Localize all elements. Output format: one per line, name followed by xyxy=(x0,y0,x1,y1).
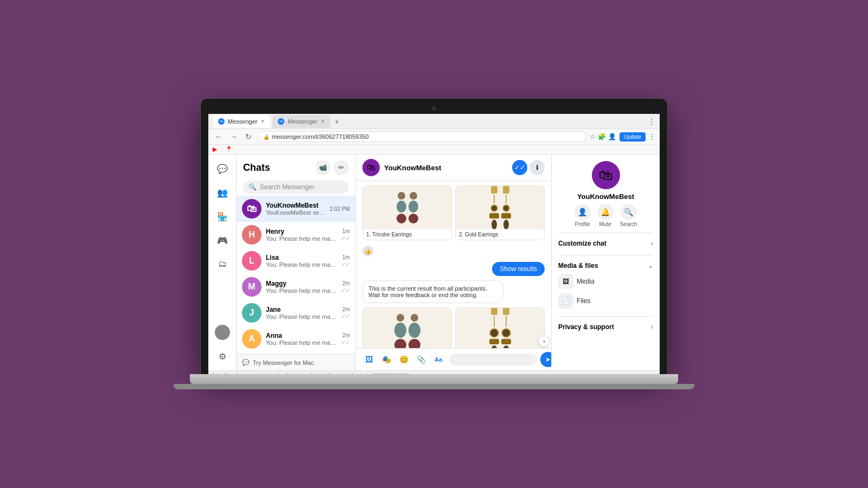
product-card-tricolor[interactable]: 1. Tricolor Earrings xyxy=(362,185,452,240)
chat-info-lisa: Lisa You: Please help me make the righ..… xyxy=(266,254,337,268)
forward-button[interactable]: → xyxy=(228,131,240,142)
address-bar[interactable]: 🔒 messenger.com/t/360627718059350 xyxy=(257,131,586,142)
bookmark-maps[interactable]: 📍 xyxy=(225,146,234,153)
refresh-button[interactable]: ↻ xyxy=(243,131,254,142)
chat-meta-lisa: 1m ✓✓ xyxy=(341,254,350,267)
sidebar-icon-marketplace[interactable]: 🏪 xyxy=(213,207,232,226)
rp-section-header-customize[interactable]: Customize chat › xyxy=(558,237,653,249)
chat-name-anna: Anna xyxy=(266,332,337,339)
privacy-support-chevron: › xyxy=(651,323,653,331)
chat-name-maggy: Maggy xyxy=(266,280,337,287)
result-card-tricolor[interactable]: 1. Tricolor Earrings ♥ Maggy, Lisa, Henr… xyxy=(362,307,452,348)
show-results-button[interactable]: Show results xyxy=(492,262,545,276)
chat-header: 🛍 YouKnowMeBest ✓✓ ℹ xyxy=(356,155,551,181)
rp-section-header-media[interactable]: Media & files ⌄ xyxy=(558,260,653,272)
sidebar-icon-profile-bottom[interactable] xyxy=(213,323,232,342)
browser-menu-icon[interactable]: ⋮ xyxy=(648,117,655,126)
gold-earring-visual xyxy=(487,185,513,232)
tab-messenger-inactive[interactable]: m Messenger ✕ xyxy=(272,115,330,128)
messenger-favicon-2: m xyxy=(278,118,284,125)
chat-preview-youknowmebest: YouKnowMeBest sent an attach... xyxy=(266,209,326,216)
chat-preview-anna: You: Please help me make the righ... xyxy=(266,339,337,346)
chat-time-youknowmebest: 2:02 PM xyxy=(330,206,350,212)
laptop-base xyxy=(190,374,678,384)
new-tab-button[interactable]: + xyxy=(333,117,341,126)
search-icon: 🔍 xyxy=(248,183,257,191)
tab-close-inactive[interactable]: ✕ xyxy=(321,118,325,124)
chat-time-jane: 2m xyxy=(342,306,350,312)
rp-avatar: 🛍 xyxy=(592,161,620,189)
maps-icon: 📍 xyxy=(225,146,233,153)
chat-item-youknowmebest[interactable]: 🛍 YouKnowMeBest YouKnowMeBest sent an at… xyxy=(237,196,355,222)
try-messenger-label: Try Messenger for Mac xyxy=(253,359,314,366)
rp-section-item-media[interactable]: 🖼 Media xyxy=(558,272,653,291)
update-button[interactable]: Update xyxy=(620,132,646,142)
lock-icon: 🔒 xyxy=(263,134,270,140)
back-button[interactable]: ← xyxy=(213,131,225,142)
chat-item-henry[interactable]: H Henry You: Please help me make the rig… xyxy=(237,222,355,248)
composer-icon-gif[interactable]: 🎭 xyxy=(379,352,394,367)
browser-nav-bar: ← → ↻ 🔒 messenger.com/t/360627718059350 … xyxy=(208,129,660,145)
mute-action-label: Mute xyxy=(599,221,611,227)
tab-messenger-active[interactable]: m Messenger ✕ xyxy=(213,115,270,128)
customize-chat-chevron: › xyxy=(651,240,653,247)
chat-name-lisa: Lisa xyxy=(266,254,337,261)
check-double-button[interactable]: ✓✓ xyxy=(512,160,527,175)
chat-info-youknowmebest: YouKnowMeBest YouKnowMeBest sent an atta… xyxy=(266,202,326,216)
composer-icon-image[interactable]: 🖼 xyxy=(361,352,376,367)
sidebar-icon-settings[interactable]: ⚙ xyxy=(213,346,232,366)
chat-time-lisa: 1m xyxy=(342,254,350,260)
chat-item-jane[interactable]: J Jane You: Please help me make the righ… xyxy=(237,300,355,326)
send-button[interactable]: ➤ xyxy=(540,352,551,367)
rp-action-search[interactable]: 🔍 Search xyxy=(620,204,637,227)
result-card-gold[interactable]: 2. Gold Earrings Maggy, Lisa, Henry, Jan… xyxy=(455,307,545,348)
chat-info-henry: Henry You: Please help me make the righ.… xyxy=(266,228,337,242)
avatar-lisa: L xyxy=(242,251,261,271)
info-button[interactable]: ℹ xyxy=(529,160,545,175)
rp-section-item-files[interactable]: 📄 Files xyxy=(558,291,653,311)
new-message-button[interactable]: ✏ xyxy=(334,160,349,175)
composer-icon-attach[interactable]: 📎 xyxy=(413,352,429,367)
voting-section-initial: 1. Tricolor Earrings xyxy=(362,185,545,258)
try-messenger-bar[interactable]: 💬 Try Messenger for Mac xyxy=(237,354,355,370)
status-bar: https://you-know-me-best.myshopify.com/p… xyxy=(208,370,660,374)
sidebar-icon-people[interactable]: 👥 xyxy=(213,183,232,202)
chat-item-anna[interactable]: A Anna You: Please help me make the righ… xyxy=(237,326,355,352)
tab-close-active[interactable]: ✕ xyxy=(260,118,265,124)
chat-meta-henry: 1m ✓✓ xyxy=(341,228,350,241)
result-card-img-tricolor xyxy=(363,308,451,348)
rp-action-profile[interactable]: 👤 Profile xyxy=(575,204,591,227)
rp-action-mute[interactable]: 🔔 Mute xyxy=(597,204,614,227)
sidebar-icon-archive[interactable]: 🗂 xyxy=(213,254,232,274)
chats-title: Chats xyxy=(243,162,270,174)
messenger-mac-icon: 💬 xyxy=(242,359,250,366)
avatar-jane: J xyxy=(242,303,261,323)
profile-icon[interactable]: 👤 xyxy=(608,133,616,140)
composer-input[interactable] xyxy=(449,354,537,365)
browser-settings-icon[interactable]: ⋮ xyxy=(649,133,655,140)
chat-check-henry: ✓✓ xyxy=(341,235,350,241)
sidebar-icon-games[interactable]: 🎮 xyxy=(213,230,232,250)
extension-icon[interactable]: 🧩 xyxy=(598,133,606,140)
rp-section-customize: Customize chat › xyxy=(558,233,653,249)
composer-icon-sticker[interactable]: 😊 xyxy=(396,352,411,367)
bookmark-youtube[interactable]: ▶ xyxy=(213,146,219,153)
chat-item-maggy[interactable]: M Maggy You: Please help me make the rig… xyxy=(237,274,355,300)
results-cards-row: 1. Tricolor Earrings ♥ Maggy, Lisa, Henr… xyxy=(362,307,545,348)
chat-item-lisa[interactable]: L Lisa You: Please help me make the righ… xyxy=(237,248,355,274)
product-card-gold[interactable]: 2. Gold Earrings xyxy=(455,185,545,240)
bookmarks-bar: ▶ 📍 xyxy=(208,145,660,155)
chat-list-header: Chats 📹 ✏ xyxy=(237,155,355,178)
video-call-button[interactable]: 📹 xyxy=(315,160,330,175)
vote-icon[interactable]: 👍 xyxy=(362,246,373,256)
messenger-app: 💬 👥 🏪 🎮 🗂 ⚙ xyxy=(208,155,660,374)
rp-section-header-privacy[interactable]: Privacy & support › xyxy=(558,321,653,333)
results-message-text: This is the current result from all part… xyxy=(368,285,487,298)
composer-icon-aa[interactable]: Aa xyxy=(431,352,446,367)
sidebar-icon-chat[interactable]: 💬 xyxy=(213,159,232,178)
carousel-next-arrow[interactable]: › xyxy=(538,335,550,347)
bookmark-star-icon[interactable]: ☆ xyxy=(590,133,596,140)
status-url-text: https://you-know-me-best.myshopify.com/p… xyxy=(213,373,409,375)
search-bar[interactable]: 🔍 Search Messenger xyxy=(243,181,349,194)
avatar-maggy: M xyxy=(242,277,261,297)
